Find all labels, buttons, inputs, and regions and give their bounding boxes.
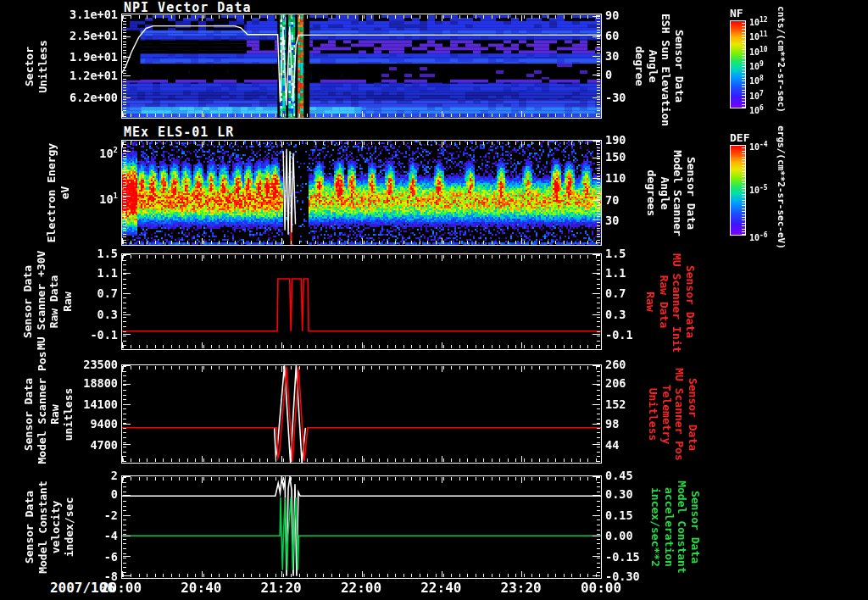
p3-x-major-tick xyxy=(202,456,203,462)
p3-x-major-tick xyxy=(601,456,602,462)
p4-x-major-tick xyxy=(281,477,282,483)
p1-x-major-tick xyxy=(521,142,522,147)
p2-left-axis-label: Sensor DataMU Scanner +30VRaw DataRaw xyxy=(21,253,74,350)
p2-left-major-tick xyxy=(123,273,131,274)
p4-right-major-tick xyxy=(593,536,600,536)
p1-x-major-tick xyxy=(442,238,442,244)
p0-x-major-tick xyxy=(601,111,602,117)
p0-right-minor-ticks xyxy=(597,15,600,117)
p4-x-major-tick xyxy=(442,571,442,577)
p0-right-major-tick xyxy=(593,16,600,17)
p0-right-major-tick xyxy=(593,56,600,57)
colorbar-nf-tick-label: 108 xyxy=(749,74,764,84)
p3-x-major-tick xyxy=(202,366,203,372)
p2-left-major-tick xyxy=(123,293,131,294)
p2-right-major-tick xyxy=(593,293,600,294)
p2-x-major-tick xyxy=(122,342,123,348)
model-constant-canvas xyxy=(122,476,601,578)
p0-left-tick-label: 6.2e+00 xyxy=(55,91,118,104)
p4-x-major-tick xyxy=(442,477,442,483)
p4-x-major-tick xyxy=(122,477,123,483)
p2-right-major-tick xyxy=(593,273,600,274)
p2-x-major-tick xyxy=(442,342,442,348)
p2-x-major-tick xyxy=(362,255,363,261)
p3-left-major-tick xyxy=(123,404,131,405)
p2-x-major-tick xyxy=(521,255,522,261)
p4-left-major-tick xyxy=(123,556,131,557)
p4-x-major-tick xyxy=(362,477,363,483)
p0-x-major-tick xyxy=(122,15,123,21)
p0-left-major-tick xyxy=(123,36,131,37)
p4-left-minor-ticks xyxy=(123,477,126,577)
p4-x-major-tick xyxy=(521,477,522,483)
p3-left-major-tick xyxy=(123,365,131,366)
p3-x-major-tick xyxy=(122,366,123,372)
scanner-30v-canvas xyxy=(122,254,601,349)
p0-x-major-tick xyxy=(601,15,602,21)
p0-x-major-tick xyxy=(122,111,123,117)
p1-left-major-tick xyxy=(123,151,131,152)
p0-x-major-tick xyxy=(362,111,363,117)
panel-npi-vector-spectrogram xyxy=(121,14,602,119)
npi-spectrogram-canvas xyxy=(122,14,601,118)
p4-x-major-tick xyxy=(362,571,363,577)
p4-left-major-tick xyxy=(123,515,131,516)
p2-x-major-tick xyxy=(442,255,442,261)
p1-x-major-tick xyxy=(601,142,602,147)
colorbar-nf-tick-label: 106 xyxy=(749,103,764,114)
p0-left-tick-label: 2.5e+01 xyxy=(55,29,118,42)
p2-x-major-tick xyxy=(601,255,602,261)
p4-left-axis-label: Sensor DataModel Constantvelocityindex/s… xyxy=(23,475,75,579)
p0-x-major-tick xyxy=(281,15,282,21)
p1-x-major-tick xyxy=(442,142,442,147)
p1-right-major-tick xyxy=(593,219,600,220)
p3-right-major-tick xyxy=(593,384,600,385)
x-axis-tick-label: 22:40 xyxy=(403,580,479,596)
p3-right-axis-label: Sensor DataMU Scanner PosTelemetryUnitle… xyxy=(646,364,698,464)
p1-x-major-tick xyxy=(281,142,282,147)
p1-x-major-tick xyxy=(122,142,123,147)
p3-right-major-tick xyxy=(593,424,600,425)
p4-right-major-tick xyxy=(593,495,600,496)
p1-x-major-tick xyxy=(362,238,363,244)
p2-right-major-tick xyxy=(593,254,600,255)
colorbar-def-tick-label: 10-5 xyxy=(749,183,768,193)
p1-right-major-tick xyxy=(593,158,600,158)
p4-x-major-tick xyxy=(202,571,203,577)
p1-left-major-tick xyxy=(123,196,131,197)
x-axis-tick-label: 20:00 xyxy=(83,580,159,596)
colorbar-nf-tick-label: 1012 xyxy=(749,15,768,25)
p3-x-major-tick xyxy=(521,366,522,372)
p0-right-axis-label: Sensor DataESH Sun ElevationAngledegree xyxy=(633,14,686,119)
p0-left-major-tick xyxy=(123,15,131,16)
p3-right-minor-ticks xyxy=(597,366,600,462)
x-axis-tick-label: 20:40 xyxy=(163,580,239,596)
p1-x-major-tick xyxy=(521,238,522,244)
p0-left-minor-ticks xyxy=(123,15,126,117)
p0-left-major-tick xyxy=(123,57,131,58)
p2-left-major-tick xyxy=(123,334,131,335)
x-axis-tick-label: 23:20 xyxy=(483,580,559,596)
p0-left-tick-label: 1.2e+01 xyxy=(55,69,118,82)
p3-x-major-tick xyxy=(122,456,123,462)
scanner-pos-canvas xyxy=(122,365,601,463)
panel-els-spectrogram xyxy=(121,140,602,246)
p3-left-major-tick xyxy=(123,444,131,445)
p0-x-major-tick xyxy=(202,111,203,117)
p1-x-major-tick xyxy=(202,238,203,244)
p2-x-major-tick xyxy=(601,342,602,348)
p3-left-major-tick xyxy=(123,384,131,385)
p0-x-major-tick xyxy=(362,15,363,21)
p0-left-axis-label: SectorUnitless xyxy=(23,14,49,119)
p4-right-minor-ticks xyxy=(597,477,600,577)
colorbar-def-title: DEF xyxy=(730,131,749,144)
p0-x-major-tick xyxy=(442,15,442,21)
figure-root: NPI Vector Data MEx ELS-01 LR NF cnts/(c… xyxy=(0,0,868,600)
p1-x-major-tick xyxy=(362,142,363,147)
p2-left-major-tick xyxy=(123,314,131,315)
p1-x-major-tick xyxy=(281,238,282,244)
p4-x-major-tick xyxy=(601,571,602,577)
p4-right-major-tick xyxy=(593,575,600,576)
p2-x-major-tick xyxy=(281,342,282,348)
p2-left-major-tick xyxy=(123,254,131,255)
